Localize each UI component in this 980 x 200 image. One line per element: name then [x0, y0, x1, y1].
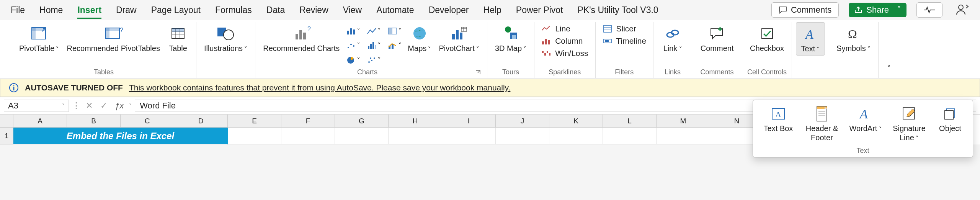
cell-E1[interactable]: [228, 128, 281, 144]
sparkline-column-button[interactable]: Column: [538, 35, 591, 47]
cell-A1-merged[interactable]: Embed the Files in Excel: [13, 128, 228, 144]
col-header-B[interactable]: B: [67, 115, 121, 128]
cancel-formula-button[interactable]: ✕: [83, 101, 95, 111]
cell-J1[interactable]: [496, 128, 549, 144]
col-header-K[interactable]: K: [549, 115, 603, 128]
chart-statistical-button[interactable]: ˅: [364, 39, 383, 52]
menu-formulas[interactable]: Formulas: [215, 5, 252, 15]
account-button[interactable]: [956, 3, 969, 17]
link-button[interactable]: Link: [657, 22, 688, 55]
autosave-notification: AUTOSAVE TURNED OFF This workbook contai…: [0, 79, 980, 97]
cell-H1[interactable]: [389, 128, 442, 144]
cell-I1[interactable]: [442, 128, 496, 144]
menu-home[interactable]: Home: [39, 5, 63, 15]
comment-button[interactable]: Comment: [696, 22, 738, 55]
select-all-corner[interactable]: [0, 115, 13, 128]
signature-line-button[interactable]: Signature Line: [889, 104, 929, 142]
svg-rect-18: [303, 33, 306, 39]
chart-combo-button[interactable]: ˅: [385, 39, 404, 52]
menu-draw[interactable]: Draw: [116, 5, 137, 15]
charts-dialog-launcher[interactable]: [475, 70, 483, 75]
recommended-pivottables-button[interactable]: ? Recommended PivotTables: [63, 22, 163, 55]
svg-text:A: A: [775, 110, 781, 119]
menu-pkutility[interactable]: PK's Utility Tool V3.0: [578, 5, 658, 15]
group-tours: 3D Map Tours: [487, 22, 534, 78]
pivotchart-label: PivotChart: [439, 44, 479, 53]
chart-column-button[interactable]: ˅: [343, 25, 363, 38]
chart-pie-button[interactable]: ˅: [343, 54, 363, 67]
chart-hierarchy-button[interactable]: ˅: [385, 25, 404, 38]
header-footer-button[interactable]: Header & Footer: [802, 104, 842, 142]
wordart-button[interactable]: A WordArt: [846, 104, 885, 142]
col-header-D[interactable]: D: [174, 115, 228, 128]
illustrations-button[interactable]: Illustrations: [200, 22, 251, 55]
formula-bar-expand[interactable]: ˅: [129, 103, 132, 109]
col-header-L[interactable]: L: [603, 115, 657, 128]
share-button[interactable]: Share ˅: [849, 3, 906, 17]
comments-button[interactable]: Comments: [771, 2, 839, 18]
slicer-button[interactable]: Slicer: [599, 23, 650, 34]
timeline-label: Timeline: [616, 36, 647, 46]
menu-help[interactable]: Help: [483, 5, 501, 15]
chart-boxwhisker-button[interactable]: ˅: [364, 54, 383, 67]
menu-powerpivot[interactable]: Power Pivot: [516, 5, 563, 15]
sparkline-line-button[interactable]: Line: [538, 23, 591, 34]
checkbox-button[interactable]: Checkbox: [746, 22, 788, 55]
object-button[interactable]: Object: [933, 104, 967, 142]
text-dropdown-button[interactable]: A Text: [796, 22, 825, 56]
menu-data[interactable]: Data: [266, 5, 285, 15]
slicer-icon: [603, 24, 612, 33]
cell-F1[interactable]: [281, 128, 335, 144]
svg-point-0: [959, 5, 963, 10]
menu-insert[interactable]: Insert: [77, 5, 101, 19]
chart-scatter-button[interactable]: ˅: [343, 39, 363, 52]
chart-line-button[interactable]: ˅: [364, 25, 383, 38]
group-charts: ? Recommended Charts ˅ ˅ ˅ ˅ ˅ ˅ ˅ ˅ Map…: [255, 22, 487, 78]
3dmap-button[interactable]: 3D Map: [491, 22, 530, 55]
cell-G1[interactable]: [335, 128, 389, 144]
cell-L1[interactable]: [603, 128, 657, 144]
name-box[interactable]: A3 ˅: [4, 100, 69, 112]
menu-file[interactable]: File: [11, 5, 25, 15]
menu-automate[interactable]: Automate: [376, 5, 414, 15]
formula-bar-more-icon[interactable]: ⋮: [72, 101, 80, 111]
pivotchart-button[interactable]: PivotChart: [435, 22, 483, 55]
menu-pagelayout[interactable]: Page Layout: [151, 5, 201, 15]
svg-rect-22: [353, 30, 355, 34]
menu-view[interactable]: View: [343, 5, 362, 15]
col-header-J[interactable]: J: [496, 115, 549, 128]
svg-rect-51: [548, 40, 550, 44]
sparkline-winloss-button[interactable]: Win/Loss: [538, 48, 591, 59]
group-links: Link Links: [653, 22, 692, 78]
maps-button[interactable]: Maps: [404, 22, 435, 55]
menu-review[interactable]: Review: [299, 5, 328, 15]
textbox-button[interactable]: A Text Box: [758, 104, 798, 142]
col-header-F[interactable]: F: [281, 115, 335, 128]
cell-M1[interactable]: [657, 128, 710, 144]
col-header-I[interactable]: I: [442, 115, 496, 128]
col-header-M[interactable]: M: [657, 115, 710, 128]
menu-developer[interactable]: Developer: [429, 5, 469, 15]
activity-button[interactable]: [916, 2, 942, 18]
enter-formula-button[interactable]: ✓: [98, 101, 109, 111]
col-header-E[interactable]: E: [228, 115, 281, 128]
col-header-A[interactable]: A: [13, 115, 67, 128]
timeline-button[interactable]: Timeline: [599, 35, 650, 47]
ribbon-collapse-button[interactable]: ˅: [879, 22, 899, 78]
group-comments-label: Comments: [701, 67, 734, 78]
notification-message[interactable]: This workbook contains features that pre…: [129, 83, 510, 92]
col-header-C[interactable]: C: [121, 115, 174, 128]
col-header-H[interactable]: H: [389, 115, 442, 128]
recommended-charts-button[interactable]: ? Recommended Charts: [259, 22, 343, 55]
svg-point-35: [368, 61, 370, 63]
pivottable-button[interactable]: PivotTable: [15, 22, 63, 55]
table-button[interactable]: Table: [164, 22, 192, 55]
col-header-G[interactable]: G: [335, 115, 389, 128]
row-header-1[interactable]: 1: [0, 128, 13, 144]
cell-K1[interactable]: [549, 128, 603, 144]
svg-point-27: [353, 45, 354, 47]
sparkline-line-icon: [541, 25, 551, 33]
comment-label: Comment: [701, 44, 734, 53]
symbols-button[interactable]: Ω Symbols: [833, 22, 874, 55]
insert-function-button[interactable]: ƒx: [113, 101, 126, 111]
